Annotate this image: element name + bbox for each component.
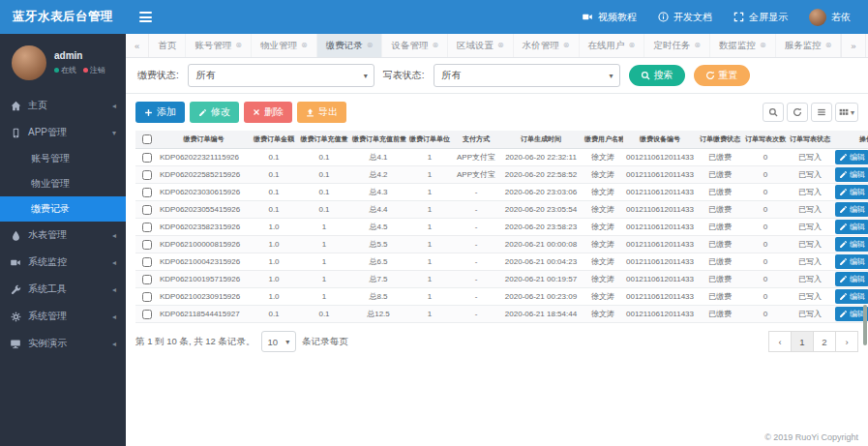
tab-item-0[interactable]: 首页 xyxy=(149,34,186,57)
tab-item-6[interactable]: 水价管理⊗ xyxy=(514,34,580,57)
tab-close-icon[interactable]: ⊗ xyxy=(497,42,504,49)
cell-pay_method: - xyxy=(453,306,499,323)
topbar-item-fullscreen[interactable]: 全屏显示 xyxy=(733,11,788,24)
avatar[interactable] xyxy=(12,45,46,80)
sidebar-item-home[interactable]: 主页◂ xyxy=(0,92,126,119)
export-button[interactable]: 导出 xyxy=(297,102,346,123)
row-edit-button[interactable]: 编辑 xyxy=(835,150,868,164)
tab-item-10[interactable]: 服务监控⊗ xyxy=(776,34,842,57)
cell-order_no: KDP062100230915926 xyxy=(158,288,250,306)
tabs-collapse-left-button[interactable]: « xyxy=(126,34,149,57)
sidebar-item-system-tools[interactable]: 系统工具◂ xyxy=(0,276,126,303)
cell-unit: 1 xyxy=(406,306,453,323)
cell-pay_method: - xyxy=(453,288,499,306)
tab-close-icon[interactable]: ⊗ xyxy=(563,42,570,49)
sidebar-subitem-payment-records[interactable]: 缴费记录 xyxy=(0,196,126,222)
table-row: KDP0620235823159261.01总4.51-2020-06-20 2… xyxy=(135,219,868,236)
logout-button[interactable]: 注销 xyxy=(83,65,105,75)
cell-unit: 1 xyxy=(406,236,453,253)
col-recharge: 缴费订单充值量 xyxy=(298,131,350,149)
payment-status-select[interactable]: 所有 ▾ xyxy=(188,64,374,87)
sidebar-item-demo[interactable]: 实例演示◂ xyxy=(0,330,126,357)
row-checkbox[interactable] xyxy=(142,170,152,180)
select-all-checkbox[interactable] xyxy=(142,134,152,144)
sidebar-item-app-manage[interactable]: APP管理▾ xyxy=(0,119,126,146)
edit-button[interactable]: 修改 xyxy=(190,102,239,123)
col-write_status: 订单写表状态 xyxy=(788,131,832,149)
sidebar-item-meter-manage[interactable]: 水表管理◂ xyxy=(0,222,126,249)
page-size-select[interactable]: 10 ▾ xyxy=(261,331,297,352)
row-edit-button[interactable]: 编辑 xyxy=(835,254,868,269)
tab-item-4[interactable]: 设备管理⊗ xyxy=(382,34,448,57)
page-button-2[interactable]: 2 xyxy=(813,331,836,352)
add-button[interactable]: 添加 xyxy=(135,102,185,123)
row-checkbox[interactable] xyxy=(142,275,152,284)
row-checkbox[interactable] xyxy=(142,257,152,267)
row-edit-button[interactable]: 编辑 xyxy=(835,202,868,217)
row-checkbox[interactable] xyxy=(142,292,152,302)
tab-close-icon[interactable]: ⊗ xyxy=(235,42,242,49)
row-edit-button[interactable]: 编辑 xyxy=(835,289,868,304)
cell-device_no: 0012110612011433 xyxy=(623,219,697,236)
sidebar-item-system-manage[interactable]: 系统管理◂ xyxy=(0,303,126,330)
cell-user: 徐文涛 xyxy=(583,201,623,219)
cell-before_total: 总7.5 xyxy=(350,271,406,288)
write-status-select[interactable]: 所有 ▾ xyxy=(434,64,620,87)
tab-close-icon[interactable]: ⊗ xyxy=(629,42,636,49)
row-edit-button[interactable]: 编辑 xyxy=(835,237,868,252)
row-checkbox[interactable] xyxy=(142,223,152,232)
sidebar-subitem-account-manage[interactable]: 账号管理 xyxy=(0,146,126,171)
table-row: KDP0620225852159260.10.1总4.21APP支付宝2020-… xyxy=(135,166,868,184)
row-checkbox[interactable] xyxy=(142,153,152,163)
sidebar-subitem-property-manage[interactable]: 物业管理 xyxy=(0,171,126,196)
table-search-button[interactable] xyxy=(763,103,784,122)
menu-toggle-button[interactable] xyxy=(139,12,152,22)
tab-item-3[interactable]: 缴费记录⊗ xyxy=(317,34,383,57)
tab-close-icon[interactable]: ⊗ xyxy=(301,42,308,49)
table-view-toggle-button[interactable] xyxy=(811,103,832,122)
tab-close-icon[interactable]: ⊗ xyxy=(432,42,438,49)
chevron-icon: ◂ xyxy=(112,231,116,240)
row-checkbox[interactable] xyxy=(142,310,152,319)
row-edit-button[interactable]: 编辑 xyxy=(835,167,868,182)
video-icon xyxy=(10,257,21,268)
tab-item-5[interactable]: 区域设置⊗ xyxy=(448,34,514,57)
tab-close-icon[interactable]: ⊗ xyxy=(694,42,701,49)
row-checkbox[interactable] xyxy=(142,240,152,250)
tab-item-7[interactable]: 在线用户⊗ xyxy=(580,34,645,57)
tabs-collapse-right-button[interactable]: » xyxy=(841,34,864,57)
tab-close-icon[interactable]: ⊗ xyxy=(760,42,766,49)
tint-icon xyxy=(10,230,21,241)
reset-button-label: 重置 xyxy=(719,69,738,82)
topbar-item-profile[interactable]: 若依 xyxy=(809,9,851,26)
row-checkbox[interactable] xyxy=(142,205,152,215)
search-button[interactable]: 搜索 xyxy=(629,65,685,86)
topbar-item-video-tutorial[interactable]: 视频教程 xyxy=(582,11,637,24)
sidebar-item-system-monitor[interactable]: 系统监控◂ xyxy=(0,249,126,276)
tab-item-9[interactable]: 数据监控⊗ xyxy=(710,34,776,57)
page-button-1[interactable]: 1 xyxy=(791,331,814,352)
tab-close-icon[interactable]: ⊗ xyxy=(825,42,832,49)
row-checkbox[interactable] xyxy=(142,188,152,197)
row-edit-button[interactable]: 编辑 xyxy=(835,272,868,286)
tab-item-1[interactable]: 账号管理⊗ xyxy=(186,34,252,57)
next-page-button[interactable]: › xyxy=(835,331,858,352)
tab-close-icon[interactable]: ⊗ xyxy=(367,42,374,49)
tab-item-2[interactable]: 物业管理⊗ xyxy=(252,34,317,57)
tab-refresh-button[interactable]: 刷新 xyxy=(865,34,868,57)
tab-label: 首页 xyxy=(158,40,176,52)
row-edit-button[interactable]: 编辑 xyxy=(835,185,868,199)
tab-item-8[interactable]: 定时任务⊗ xyxy=(644,34,710,57)
prev-page-button[interactable]: ‹ xyxy=(768,331,792,352)
delete-button[interactable]: 删除 xyxy=(244,102,292,123)
table-refresh-button[interactable] xyxy=(787,103,808,122)
row-edit-button[interactable]: 编辑 xyxy=(835,220,868,234)
online-status[interactable]: 在线 xyxy=(54,65,76,75)
table-columns-button[interactable]: ▾ xyxy=(835,103,858,122)
cell-write_count: 0 xyxy=(743,306,788,323)
cell-write_count: 0 xyxy=(743,149,788,166)
scrollbar-thumb[interactable] xyxy=(863,305,867,345)
cell-created: 2020-06-20 22:32:11 xyxy=(499,149,583,166)
reset-button[interactable]: 重置 xyxy=(694,65,750,86)
topbar-item-dev-docs[interactable]: 开发文档 xyxy=(658,11,712,24)
